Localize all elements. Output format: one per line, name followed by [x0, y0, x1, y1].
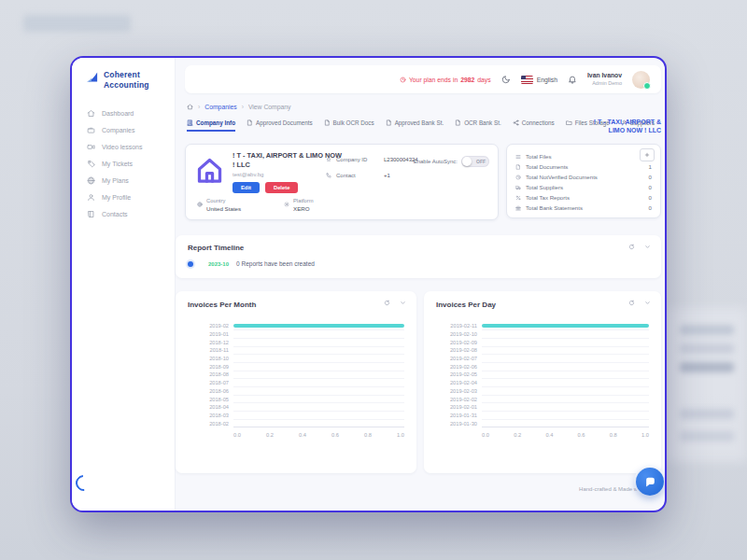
globe-icon	[197, 202, 203, 207]
sidebar-item-icon	[87, 109, 95, 118]
x-axis-tick-label: 0.4	[299, 432, 306, 438]
logo-text: Coherent Accounting	[104, 70, 149, 90]
tab-label: Approved Documents	[256, 119, 313, 126]
sidebar-item[interactable]: Dashboard	[72, 105, 175, 121]
stat-row: Total Files 2	[515, 151, 652, 161]
autosync-toggle[interactable]: OFF	[461, 156, 489, 167]
sidebar-item-label: Contacts	[102, 211, 128, 217]
chevron-down-icon	[644, 300, 651, 306]
x-axis-ticks: 0.00.20.40.60.81.0	[233, 432, 404, 438]
sidebar-item[interactable]: My Tickets	[72, 155, 175, 172]
breadcrumb-separator: ›	[198, 104, 200, 110]
language-selector[interactable]: English	[521, 76, 557, 84]
edit-button[interactable]: Edit	[233, 182, 260, 193]
refresh-button[interactable]	[384, 300, 390, 306]
collapse-button[interactable]	[644, 300, 651, 306]
home-icon[interactable]	[187, 104, 193, 110]
phone-icon	[326, 173, 331, 178]
chart-category-label: 2018-03	[188, 413, 233, 418]
sidebar-item[interactable]: Contacts	[72, 205, 175, 222]
refresh-button[interactable]	[628, 244, 635, 250]
chart-category-label: 2018-02	[188, 421, 233, 427]
contact-field: Contact +1	[326, 173, 390, 178]
x-axis-tick-label: 0.8	[610, 432, 617, 438]
backdrop-artifact	[23, 15, 131, 32]
stat-value: 0	[649, 194, 652, 201]
breadcrumb-current: View Company	[248, 104, 291, 110]
invoices-per-month-card: Invoices Per Month 2019-022019-012018-12…	[176, 291, 416, 473]
stat-icon	[515, 154, 521, 160]
chat-widget-button[interactable]	[636, 468, 664, 496]
chart-title: Invoices Per Day	[436, 301, 649, 309]
refresh-button[interactable]	[628, 300, 635, 306]
stat-row: Total Bank Statements 0	[515, 203, 652, 213]
stat-value: 0	[649, 184, 652, 190]
tab[interactable]: OCR Bank St.	[455, 119, 501, 132]
country-label: Country	[206, 198, 241, 203]
chart-category-label: 2019-01-31	[436, 413, 482, 418]
stat-label: Total NotVerified Documents	[526, 174, 644, 180]
chart-row: 2019-01-30	[436, 419, 649, 427]
us-flag-icon	[521, 76, 533, 84]
dark-mode-toggle[interactable]	[501, 75, 511, 84]
chart-gridline	[233, 419, 404, 428]
company-id-field: Company ID L2300004324	[326, 157, 418, 162]
stat-label: Total Documents	[526, 163, 644, 170]
gear-icon	[284, 202, 289, 207]
tab-icon	[513, 119, 519, 126]
sidebar-item[interactable]: My Plans	[72, 172, 175, 189]
timeline-text: 0 Reports have been created	[236, 260, 315, 267]
collapse-button[interactable]	[400, 300, 406, 306]
x-axis-tick-label: 0.0	[233, 432, 241, 438]
stat-icon	[515, 195, 521, 201]
chart-category-label: 2019-02-10	[436, 331, 482, 337]
breadcrumb-companies[interactable]: Companies	[204, 104, 236, 110]
avatar[interactable]	[632, 71, 650, 89]
user-menu[interactable]: Ivan Ivanov Admin Demo	[587, 72, 622, 86]
language-label: English	[537, 77, 557, 83]
x-axis-tick-label: 0.8	[364, 432, 372, 438]
stat-icon	[515, 164, 521, 170]
sidebar-item-icon	[87, 126, 95, 134]
sidebar-nav: Dashboard Companies Video lessons My Tic…	[72, 105, 175, 222]
stat-row: Total Suppliers 0	[515, 182, 652, 192]
app-logo[interactable]: Coherent Accounting	[72, 58, 175, 90]
tab[interactable]: Bulk OCR Docs	[324, 119, 374, 132]
stat-row: Total NotVerified Documents 0	[515, 172, 652, 182]
sidebar-item-icon	[87, 143, 95, 151]
sidebar-item[interactable]: Companies	[72, 121, 175, 138]
tab-icon	[247, 119, 253, 126]
tab[interactable]: Approved Bank St.	[386, 119, 444, 132]
sidebar-item-icon	[87, 193, 95, 202]
collapse-button[interactable]	[644, 244, 651, 250]
sidebar-item[interactable]: Video lessons	[72, 138, 175, 155]
chart-category-label: 2019-01-30	[436, 421, 482, 427]
delete-button[interactable]: Delete	[265, 182, 298, 193]
notifications-button[interactable]	[568, 75, 577, 84]
company-stats-card: Total Files 2 Total Documents 1 Total No…	[506, 144, 661, 218]
breadcrumb-separator: ›	[242, 104, 244, 110]
chart-category-label: 2019-02-09	[436, 340, 482, 345]
company-house-icon	[194, 155, 225, 189]
tab[interactable]: Approved Documents	[247, 119, 313, 132]
tab-bar: Company Info Approved Documents Bulk OCR…	[187, 119, 588, 132]
sidebar-item-icon	[87, 210, 95, 218]
header-bar: Your plan ends in 2982 days English Ivan…	[185, 65, 661, 93]
x-axis-tick-label: 0.6	[578, 432, 585, 438]
tab[interactable]: Connections	[513, 119, 555, 132]
stat-label: Total Suppliers	[526, 184, 644, 190]
country-field: Country United States	[197, 198, 241, 212]
chart-category-label: 2018-12	[188, 340, 233, 345]
plan-warning-text: Your plan ends in	[409, 77, 458, 83]
stat-row: Total Documents 1	[515, 161, 652, 172]
sidebar-item-icon	[87, 160, 95, 168]
sidebar-item[interactable]: My Profile	[72, 189, 175, 205]
company-id-label: Company ID	[336, 157, 379, 162]
chart-category-label: 2019-02-07	[436, 356, 482, 361]
chart-category-label: 2018-04	[188, 404, 233, 410]
tab-label: Approved Bank St.	[395, 119, 444, 126]
timeline-date: 2023-10	[208, 261, 229, 267]
tab[interactable]: Company Info	[187, 119, 235, 132]
expand-button[interactable]	[640, 148, 655, 161]
stat-label: Total Bank Statements	[526, 204, 644, 211]
